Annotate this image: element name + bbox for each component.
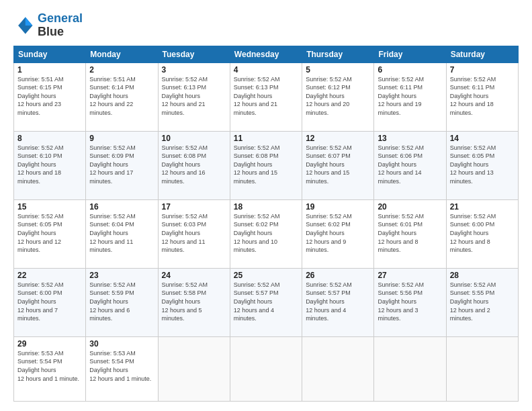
day-number: 15 [17, 202, 82, 212]
day-info: Sunrise: 5:51 AMSunset: 6:15 PMDaylight … [17, 75, 82, 118]
calendar-cell: 18Sunrise: 5:52 AMSunset: 6:02 PMDayligh… [230, 199, 302, 268]
calendar-cell: 10Sunrise: 5:52 AMSunset: 6:08 PMDayligh… [158, 131, 230, 199]
calendar-cell: 21Sunrise: 5:52 AMSunset: 6:00 PMDayligh… [446, 199, 518, 268]
day-number: 21 [450, 202, 515, 212]
day-info: Sunrise: 5:52 AMSunset: 6:11 PMDaylight … [378, 75, 442, 118]
calendar-cell: 11Sunrise: 5:52 AMSunset: 6:08 PMDayligh… [230, 131, 302, 199]
day-info: Sunrise: 5:52 AMSunset: 6:02 PMDaylight … [234, 212, 298, 255]
calendar-cell: 23Sunrise: 5:52 AMSunset: 5:59 PMDayligh… [86, 268, 158, 336]
calendar-cell: 16Sunrise: 5:52 AMSunset: 6:04 PMDayligh… [86, 199, 158, 268]
calendar-cell: 30Sunrise: 5:53 AMSunset: 5:54 PMDayligh… [86, 336, 158, 401]
day-number: 24 [162, 271, 226, 280]
day-info: Sunrise: 5:52 AMSunset: 6:06 PMDaylight … [378, 144, 442, 186]
calendar-cell: 2Sunrise: 5:51 AMSunset: 6:14 PMDaylight… [86, 62, 158, 131]
page-header: GeneralBlue [13, 12, 519, 39]
calendar-cell: 20Sunrise: 5:52 AMSunset: 6:01 PMDayligh… [374, 199, 446, 268]
day-info: Sunrise: 5:52 AMSunset: 6:01 PMDaylight … [378, 212, 442, 255]
day-info: Sunrise: 5:52 AMSunset: 5:59 PMDaylight … [89, 281, 154, 323]
weekday-header-row: SundayMondayTuesdayWednesdayThursdayFrid… [14, 46, 519, 62]
weekday-header-monday: Monday [86, 46, 158, 62]
logo-text: GeneralBlue [38, 12, 83, 39]
calendar-cell [158, 336, 230, 401]
calendar-cell: 7Sunrise: 5:52 AMSunset: 6:11 PMDaylight… [446, 62, 518, 131]
calendar-row-3: 15Sunrise: 5:52 AMSunset: 6:05 PMDayligh… [14, 199, 519, 268]
day-info: Sunrise: 5:52 AMSunset: 5:57 PMDaylight … [306, 281, 370, 323]
day-info: Sunrise: 5:52 AMSunset: 6:02 PMDaylight … [306, 212, 370, 255]
day-number: 5 [306, 65, 370, 75]
calendar-cell: 28Sunrise: 5:52 AMSunset: 5:55 PMDayligh… [446, 268, 518, 336]
day-info: Sunrise: 5:52 AMSunset: 5:56 PMDaylight … [378, 281, 442, 323]
day-number: 12 [306, 134, 370, 143]
day-number: 27 [378, 271, 442, 280]
weekday-header-saturday: Saturday [446, 46, 518, 62]
day-number: 9 [89, 134, 154, 143]
day-info: Sunrise: 5:52 AMSunset: 6:09 PMDaylight … [89, 144, 154, 186]
calendar-page: GeneralBlue SundayMondayTuesdayWednesday… [0, 0, 532, 411]
logo-icon [13, 15, 35, 36]
calendar-row-1: 1Sunrise: 5:51 AMSunset: 6:15 PMDaylight… [14, 62, 519, 131]
day-info: Sunrise: 5:52 AMSunset: 6:04 PMDaylight … [89, 212, 154, 255]
calendar-cell: 6Sunrise: 5:52 AMSunset: 6:11 PMDaylight… [374, 62, 446, 131]
day-info: Sunrise: 5:52 AMSunset: 6:13 PMDaylight … [234, 75, 298, 118]
day-number: 25 [234, 271, 298, 280]
calendar-cell: 26Sunrise: 5:52 AMSunset: 5:57 PMDayligh… [302, 268, 374, 336]
calendar-cell [446, 336, 518, 401]
day-number: 8 [17, 134, 82, 143]
day-number: 26 [306, 271, 370, 280]
day-number: 14 [450, 134, 515, 143]
weekday-header-friday: Friday [374, 46, 446, 62]
calendar-cell: 13Sunrise: 5:52 AMSunset: 6:06 PMDayligh… [374, 131, 446, 199]
day-info: Sunrise: 5:52 AMSunset: 6:00 PMDaylight … [17, 281, 82, 323]
calendar-cell: 3Sunrise: 5:52 AMSunset: 6:13 PMDaylight… [158, 62, 230, 131]
weekday-header-thursday: Thursday [302, 46, 374, 62]
day-number: 4 [234, 65, 298, 75]
day-info: Sunrise: 5:52 AMSunset: 5:55 PMDaylight … [450, 281, 515, 323]
day-number: 7 [450, 65, 515, 75]
day-number: 30 [89, 339, 154, 349]
day-number: 10 [162, 134, 226, 143]
calendar-cell: 19Sunrise: 5:52 AMSunset: 6:02 PMDayligh… [302, 199, 374, 268]
calendar-cell: 4Sunrise: 5:52 AMSunset: 6:13 PMDaylight… [230, 62, 302, 131]
day-info: Sunrise: 5:52 AMSunset: 6:07 PMDaylight … [306, 144, 370, 186]
day-info: Sunrise: 5:52 AMSunset: 5:57 PMDaylight … [234, 281, 298, 323]
day-info: Sunrise: 5:52 AMSunset: 6:00 PMDaylight … [450, 212, 515, 255]
day-info: Sunrise: 5:52 AMSunset: 6:12 PMDaylight … [306, 75, 370, 118]
day-number: 1 [17, 65, 82, 75]
calendar-cell [230, 336, 302, 401]
calendar-cell [302, 336, 374, 401]
day-info: Sunrise: 5:52 AMSunset: 6:03 PMDaylight … [162, 212, 226, 255]
day-info: Sunrise: 5:52 AMSunset: 6:05 PMDaylight … [450, 144, 515, 186]
calendar-row-2: 8Sunrise: 5:52 AMSunset: 6:10 PMDaylight… [14, 131, 519, 199]
calendar-cell: 15Sunrise: 5:52 AMSunset: 6:05 PMDayligh… [14, 199, 86, 268]
day-info: Sunrise: 5:53 AMSunset: 5:54 PMDaylight … [17, 349, 82, 383]
calendar-cell: 5Sunrise: 5:52 AMSunset: 6:12 PMDaylight… [302, 62, 374, 131]
calendar-row-4: 22Sunrise: 5:52 AMSunset: 6:00 PMDayligh… [14, 268, 519, 336]
day-number: 28 [450, 271, 515, 280]
calendar-cell: 1Sunrise: 5:51 AMSunset: 6:15 PMDaylight… [14, 62, 86, 131]
day-number: 22 [17, 271, 82, 280]
calendar-cell: 22Sunrise: 5:52 AMSunset: 6:00 PMDayligh… [14, 268, 86, 336]
calendar-table: SundayMondayTuesdayWednesdayThursdayFrid… [13, 46, 519, 402]
calendar-cell: 9Sunrise: 5:52 AMSunset: 6:09 PMDaylight… [86, 131, 158, 199]
calendar-cell: 17Sunrise: 5:52 AMSunset: 6:03 PMDayligh… [158, 199, 230, 268]
calendar-cell: 25Sunrise: 5:52 AMSunset: 5:57 PMDayligh… [230, 268, 302, 336]
day-number: 2 [89, 65, 154, 75]
day-number: 17 [162, 202, 226, 212]
weekday-header-sunday: Sunday [14, 46, 86, 62]
logo: GeneralBlue [13, 12, 83, 39]
weekday-header-wednesday: Wednesday [230, 46, 302, 62]
day-info: Sunrise: 5:52 AMSunset: 6:13 PMDaylight … [162, 75, 226, 118]
calendar-cell: 14Sunrise: 5:52 AMSunset: 6:05 PMDayligh… [446, 131, 518, 199]
day-info: Sunrise: 5:52 AMSunset: 6:05 PMDaylight … [17, 212, 82, 255]
day-number: 20 [378, 202, 442, 212]
calendar-cell [374, 336, 446, 401]
day-info: Sunrise: 5:53 AMSunset: 5:54 PMDaylight … [89, 349, 154, 383]
calendar-cell: 29Sunrise: 5:53 AMSunset: 5:54 PMDayligh… [14, 336, 86, 401]
calendar-cell: 24Sunrise: 5:52 AMSunset: 5:58 PMDayligh… [158, 268, 230, 336]
day-number: 6 [378, 65, 442, 75]
calendar-cell: 27Sunrise: 5:52 AMSunset: 5:56 PMDayligh… [374, 268, 446, 336]
day-info: Sunrise: 5:51 AMSunset: 6:14 PMDaylight … [89, 75, 154, 118]
day-info: Sunrise: 5:52 AMSunset: 6:10 PMDaylight … [17, 144, 82, 186]
day-info: Sunrise: 5:52 AMSunset: 5:58 PMDaylight … [162, 281, 226, 323]
svg-marker-1 [26, 17, 33, 25]
